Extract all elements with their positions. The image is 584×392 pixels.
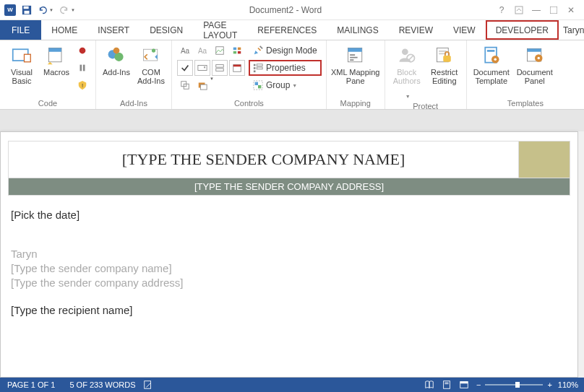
zoom-slider[interactable]: − + [476, 380, 552, 389]
svg-point-59 [537, 57, 540, 60]
macro-security-icon[interactable]: ! [74, 77, 90, 93]
group-button[interactable]: Group ▼ [249, 77, 322, 93]
zoom-level[interactable]: 110% [552, 380, 584, 389]
tab-references[interactable]: REFERENCES [247, 20, 327, 40]
sender-company-field[interactable]: [Type the sender company name] [11, 261, 567, 276]
word-count[interactable]: 5 OF 233 WORDS [62, 380, 142, 389]
macros-button[interactable]: Macros [40, 42, 72, 95]
word-app-icon[interactable]: W [4, 4, 16, 16]
svg-rect-51 [443, 56, 451, 62]
repeating-control-icon[interactable] [177, 77, 193, 93]
sender-address-field[interactable]: [Type the sender company address] [11, 276, 567, 290]
tab-design[interactable]: DESIGN [139, 20, 193, 40]
undo-icon[interactable] [35, 2, 51, 18]
chevron-down-icon[interactable]: ▼ [49, 8, 56, 12]
help-icon[interactable]: ? [493, 2, 510, 18]
document-template-icon [481, 43, 502, 68]
group-controls: Aa Aa ▼ [172, 40, 327, 109]
save-icon[interactable] [19, 2, 35, 18]
building-block-control-icon[interactable] [229, 43, 245, 58]
zoom-thumb[interactable] [515, 382, 520, 388]
restrict-editing-icon [434, 43, 455, 68]
svg-text:!: ! [82, 82, 83, 89]
close-icon[interactable]: ✕ [562, 2, 580, 18]
tab-view[interactable]: VIEW [443, 20, 486, 40]
date-picker-field[interactable]: [Pick the date] [11, 209, 567, 221]
pause-macro-icon[interactable] [74, 60, 90, 76]
visual-basic-button[interactable]: Visual Basic [3, 42, 40, 95]
redo-icon[interactable] [56, 2, 72, 18]
com-addins-button[interactable]: COM Add-Ins [134, 42, 168, 95]
account-menu[interactable]: Taryn ▼ [559, 20, 584, 40]
company-name-field[interactable]: [TYPE THE SENDER COMPANY NAME] [9, 141, 519, 178]
sender-name-field[interactable]: Taryn [11, 247, 567, 261]
combobox-control-icon[interactable] [194, 60, 210, 76]
date-control-icon[interactable] [229, 60, 245, 76]
design-mode-icon [253, 45, 263, 56]
plain-text-control-icon[interactable]: Aa [194, 43, 210, 58]
title-bar-right: ? — ✕ [493, 2, 584, 18]
svg-rect-25 [216, 65, 224, 68]
chevron-down-icon: ▼ [405, 94, 411, 99]
svg-rect-1 [24, 6, 29, 9]
com-addins-icon [141, 43, 161, 68]
svg-point-10 [80, 48, 86, 54]
svg-point-15 [114, 53, 123, 61]
visual-basic-icon [12, 43, 32, 68]
properties-button[interactable]: Properties [249, 60, 322, 76]
header-banner: [TYPE THE SENDER COMPANY NAME] [TYPE THE… [8, 141, 570, 196]
ribbon: Visual Basic Macros ! Code Add-Ins COM A… [0, 40, 584, 110]
svg-rect-37 [254, 71, 256, 73]
svg-rect-36 [257, 67, 262, 69]
title-bar: W ▼ ▼ Document2 - Word ? — ✕ [0, 0, 584, 20]
company-address-field[interactable]: [TYPE THE SENDER COMPANY ADDRESS] [9, 178, 570, 195]
restrict-editing-button[interactable]: Restrict Editing [426, 42, 463, 95]
picture-control-icon[interactable] [212, 43, 228, 58]
tab-insert[interactable]: INSERT [87, 20, 139, 40]
svg-rect-26 [216, 69, 224, 71]
svg-rect-35 [254, 67, 256, 69]
zoom-track[interactable] [485, 384, 543, 386]
document-template-button[interactable]: Document Template [470, 42, 513, 95]
group-mapping: XML Mapping Pane Mapping [327, 40, 385, 109]
document-body[interactable]: [Pick the date] Taryn [Type the sender c… [11, 209, 567, 318]
svg-rect-20 [233, 48, 236, 51]
tab-page-layout[interactable]: PAGE LAYOUT [193, 20, 247, 40]
rich-text-control-icon[interactable]: Aa [177, 43, 193, 58]
svg-rect-21 [238, 48, 241, 51]
web-layout-icon[interactable] [459, 380, 476, 390]
maximize-icon[interactable] [545, 2, 562, 18]
document-panel-button[interactable]: Document Panel [513, 42, 557, 95]
block-authors-button[interactable]: Block Authors ▼ [388, 42, 426, 100]
svg-rect-49 [439, 51, 447, 52]
tab-developer[interactable]: DEVELOPER [486, 20, 559, 40]
svg-rect-39 [255, 82, 258, 85]
design-mode-button[interactable]: Design Mode [249, 43, 322, 58]
proofing-icon[interactable] [143, 380, 160, 390]
group-code: Visual Basic Macros ! Code [0, 40, 96, 109]
legacy-tools-icon[interactable] [194, 77, 210, 93]
print-layout-icon[interactable] [442, 380, 459, 390]
recipient-name-field[interactable]: [Type the recipient name] [11, 303, 567, 318]
page-status[interactable]: PAGE 1 OF 1 [0, 380, 62, 389]
zoom-out-button[interactable]: − [476, 380, 481, 389]
logo-placeholder[interactable] [519, 141, 570, 178]
group-protect: Block Authors ▼ Restrict Editing Protect [385, 40, 467, 109]
tab-file[interactable]: FILE [0, 20, 41, 40]
record-macro-icon[interactable] [74, 43, 90, 58]
xml-mapping-button[interactable]: XML Mapping Pane [330, 42, 382, 95]
chevron-down-icon[interactable]: ▼ [210, 77, 217, 94]
read-mode-icon[interactable] [424, 380, 442, 390]
minimize-icon[interactable]: — [528, 2, 545, 18]
tab-home[interactable]: HOME [41, 20, 87, 40]
chevron-down-icon[interactable]: ▼ [71, 8, 78, 12]
addins-button[interactable]: Add-Ins [99, 42, 134, 95]
tab-mailings[interactable]: MAILINGS [327, 20, 388, 40]
dropdown-control-icon[interactable] [212, 60, 228, 76]
tab-review[interactable]: REVIEW [389, 20, 443, 40]
checkbox-control-icon[interactable] [177, 60, 193, 76]
page[interactable]: [TYPE THE SENDER COMPANY NAME] [TYPE THE… [0, 131, 578, 378]
vertical-scrollbar[interactable] [578, 131, 584, 378]
svg-rect-12 [83, 65, 85, 71]
ribbon-display-icon[interactable] [510, 2, 528, 18]
